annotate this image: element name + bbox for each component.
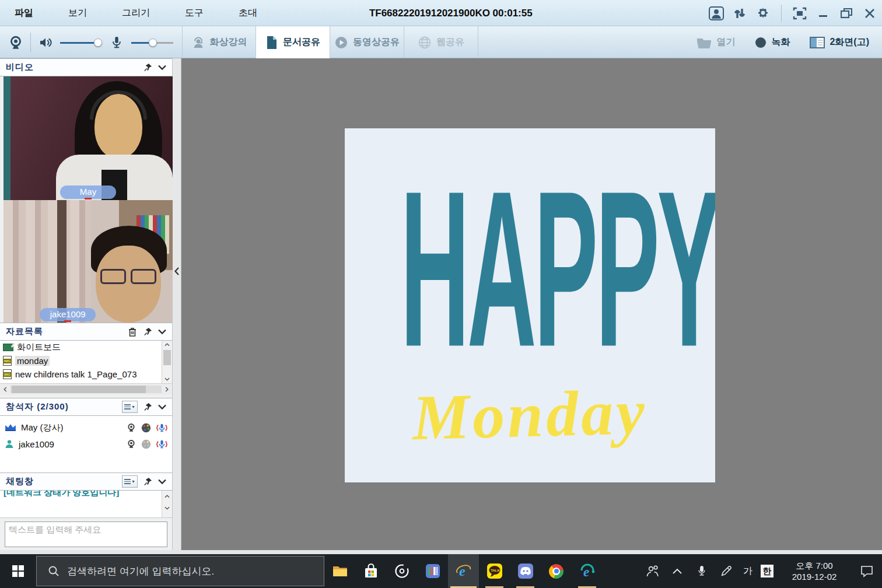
close-button[interactable] [862,6,877,21]
speaker-volume-slider[interactable] [60,38,102,47]
scroll-right-arrow[interactable] [162,384,172,395]
taskbar-internet-explorer[interactable]: e [448,554,479,588]
scroll-up-arrow[interactable] [162,341,172,349]
scroll-down-arrow[interactable] [162,502,172,514]
materials-horizontal-scrollbar[interactable] [0,383,172,395]
glasses-decor [100,269,156,284]
collapse-chevron-icon[interactable] [156,323,169,340]
main-toolbar: 화상강의 문서공유 동영상공유 웹공유 열기 녹화 [0,26,882,58]
taskbar-office-app[interactable] [417,554,448,588]
materials-item-new-childrens-talk[interactable]: new childrens talk 1_Page_073 [0,368,172,381]
sidebar-collapse-strip[interactable] [173,58,181,550]
mic-active-icon[interactable] [156,423,167,433]
start-button[interactable] [0,554,36,588]
tray-pen-icon[interactable] [714,554,738,588]
taskbar-app-icons: e TALK e [324,554,603,588]
collapse-left-chevron-icon[interactable] [174,267,179,278]
taskbar-ms-store[interactable] [355,554,386,588]
taskbar-kakaotalk[interactable]: TALK [479,554,510,588]
chat-input[interactable] [5,522,167,547]
scroll-down-arrow[interactable] [162,375,172,383]
pin-icon[interactable] [142,59,153,76]
restore-button[interactable] [839,6,854,21]
webcam-status-icon[interactable] [127,423,136,432]
materials-item-monday[interactable]: monday [0,354,172,368]
tab-video-file-share[interactable]: 동영상공유 [330,26,404,58]
tray-show-hidden-icons[interactable] [665,554,690,588]
ime-a-indicator[interactable]: 가 [738,565,757,578]
mic-active-icon[interactable] [156,439,167,449]
webcam-status-icon[interactable] [127,439,136,449]
ime-hangul-indicator[interactable]: 한 [761,565,774,578]
fullscreen-icon[interactable] [792,6,807,21]
window-bottom-edge [0,550,882,554]
record-button[interactable]: 녹화 [755,36,790,48]
chat-scrollbar[interactable] [162,491,172,517]
taskbar-discord[interactable] [510,554,541,588]
collapse-chevron-icon[interactable] [156,398,169,415]
menu-view[interactable]: 보기 [51,7,104,19]
pin-icon[interactable] [142,473,153,490]
scroll-left-arrow[interactable] [0,384,10,395]
profile-icon[interactable] [709,6,724,21]
taskbar-file-explorer[interactable] [324,554,355,588]
trash-icon[interactable] [127,323,138,340]
search-icon [48,566,59,576]
mic-icon[interactable] [109,35,124,50]
action-center-icon[interactable] [852,554,882,588]
materials-item-whiteboard[interactable]: 화이트보드 [0,341,172,354]
document-icon [265,36,278,50]
taskbar-clock[interactable]: 오후 7:00 2019-12-02 [782,560,847,582]
tray-mic-icon[interactable] [690,554,714,588]
menu-invite[interactable]: 초대 [221,7,275,19]
draw-permission-icon[interactable] [141,439,151,449]
scene-decor [4,76,10,200]
menu-draw[interactable]: 그리기 [104,7,167,19]
participant-row-may[interactable]: May (강사) [0,419,172,436]
scroll-up-arrow[interactable] [162,491,172,502]
sidebar: 비디오 May [0,58,173,550]
search-placeholder: 검색하려면 여기에 입력하십시오. [67,565,214,578]
menu-tools[interactable]: 도구 [167,7,221,19]
tray-people-icon[interactable] [640,554,665,588]
dual-screen-button[interactable]: 2화면(고) [810,36,869,48]
mic-volume-slider[interactable] [131,38,173,47]
participant-row-jake1009[interactable]: jake1009 [0,436,172,452]
shared-slide[interactable]: HAPPY Monday [345,128,715,482]
materials-list: 화이트보드 monday new childrens talk 1_Page_0… [0,341,172,383]
attendee-icon [5,439,14,449]
video-feed-may[interactable]: May [4,76,173,200]
nametag-may: May [60,186,116,199]
kakaotalk-icon: TALK [487,564,502,579]
tab-document-share[interactable]: 문서공유 [256,26,330,58]
participants-list-options-button[interactable]: ▾ [121,398,138,415]
document-canvas[interactable]: HAPPY Monday [181,58,882,550]
scroll-thumb[interactable] [12,386,146,393]
taskbar-elearning-app[interactable]: e [572,554,603,588]
chat-message-area: [네트워크 상태가 양호입니다] [0,491,172,518]
tab-web-share[interactable]: 웹공유 [404,26,478,58]
pin-icon[interactable] [142,398,153,415]
materials-vertical-scrollbar[interactable] [162,341,172,383]
taskbar-search-box[interactable]: 검색하려면 여기에 입력하십시오. [36,556,324,586]
taskbar-chrome[interactable] [541,554,572,588]
settings-gear-icon[interactable] [755,6,771,21]
open-button[interactable]: 열기 [696,36,735,49]
video-feed-jake1009[interactable]: jake1009 [4,200,173,323]
scroll-thumb[interactable] [163,350,171,365]
sync-arrows-icon[interactable] [732,6,747,21]
menu-file[interactable]: 파일 [0,7,51,19]
speaker-icon[interactable] [38,35,53,50]
pin-icon[interactable] [142,323,153,340]
taskbar-media-player[interactable] [386,554,417,588]
collapse-chevron-icon[interactable] [156,473,169,490]
image-file-icon [3,369,12,379]
windows-taskbar: 검색하려면 여기에 입력하십시오. e TALK [0,554,882,588]
tab-video-lecture[interactable]: 화상강의 [182,26,256,58]
collapse-chevron-icon[interactable] [156,59,169,76]
webcam-icon[interactable] [8,35,23,50]
internet-explorer-icon: e [456,563,472,579]
chat-options-button[interactable]: ▾ [121,473,138,490]
draw-permission-icon[interactable] [141,423,151,433]
minimize-button[interactable] [816,6,831,21]
